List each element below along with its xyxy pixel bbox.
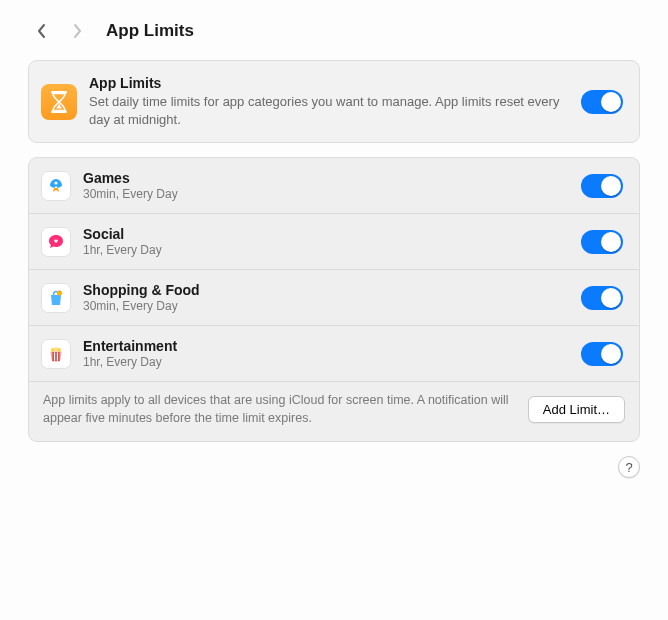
limit-detail: 30min, Every Day: [83, 187, 569, 201]
svg-point-9: [57, 348, 61, 352]
chat-heart-icon: [41, 227, 71, 257]
chevron-left-icon: [36, 23, 47, 39]
add-limit-button[interactable]: Add Limit…: [528, 396, 625, 423]
limit-toggle-social[interactable]: [581, 230, 623, 254]
popcorn-icon: [41, 339, 71, 369]
nav-bar: App Limits: [28, 18, 640, 44]
chevron-right-icon: [72, 23, 83, 39]
limit-text: Social 1hr, Every Day: [83, 226, 569, 257]
header-card: App Limits Set daily time limits for app…: [28, 60, 640, 143]
help-button[interactable]: ?: [618, 456, 640, 478]
page-title: App Limits: [106, 21, 194, 41]
limit-row-shopping[interactable]: Shopping & Food 30min, Every Day: [29, 269, 639, 325]
limit-detail: 1hr, Every Day: [83, 355, 569, 369]
footer-row: App limits apply to all devices that are…: [29, 381, 639, 441]
limit-text: Entertainment 1hr, Every Day: [83, 338, 569, 369]
limit-row-games[interactable]: Games 30min, Every Day: [29, 158, 639, 213]
back-button[interactable]: [28, 18, 54, 44]
header-text: App Limits Set daily time limits for app…: [89, 75, 569, 128]
header-description: Set daily time limits for app categories…: [89, 93, 569, 128]
rocket-icon: [41, 171, 71, 201]
limit-detail: 1hr, Every Day: [83, 243, 569, 257]
svg-rect-5: [55, 352, 57, 361]
forward-button: [64, 18, 90, 44]
limit-title: Entertainment: [83, 338, 569, 354]
limit-text: Shopping & Food 30min, Every Day: [83, 282, 569, 313]
limit-toggle-games[interactable]: [581, 174, 623, 198]
svg-rect-4: [52, 352, 54, 361]
shopping-bag-icon: [41, 283, 71, 313]
limit-toggle-shopping[interactable]: [581, 286, 623, 310]
limit-text: Games 30min, Every Day: [83, 170, 569, 201]
hourglass-icon: [41, 84, 77, 120]
footer-note: App limits apply to all devices that are…: [43, 392, 514, 427]
master-toggle[interactable]: [581, 90, 623, 114]
limit-toggle-entertainment[interactable]: [581, 342, 623, 366]
svg-rect-6: [58, 352, 60, 361]
header-title: App Limits: [89, 75, 569, 91]
limit-title: Games: [83, 170, 569, 186]
limit-title: Social: [83, 226, 569, 242]
limit-detail: 30min, Every Day: [83, 299, 569, 313]
limit-row-social[interactable]: Social 1hr, Every Day: [29, 213, 639, 269]
svg-point-2: [54, 181, 57, 184]
limit-row-entertainment[interactable]: Entertainment 1hr, Every Day: [29, 325, 639, 381]
limit-title: Shopping & Food: [83, 282, 569, 298]
limits-card: Games 30min, Every Day Social 1hr, Every…: [28, 157, 640, 442]
